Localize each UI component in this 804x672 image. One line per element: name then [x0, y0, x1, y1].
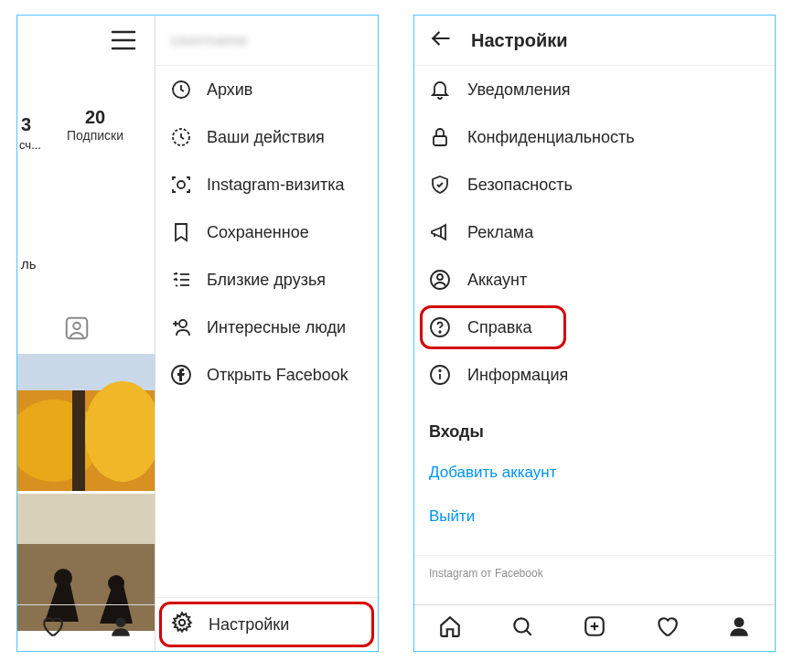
svg-point-22: [179, 320, 187, 327]
info-icon: [429, 364, 451, 386]
menu-archive[interactable]: Архив: [155, 66, 378, 113]
svg-line-37: [527, 630, 531, 635]
menu-label: Открыть Facebook: [207, 366, 348, 385]
svg-point-36: [515, 618, 529, 632]
hamburger-icon[interactable]: [111, 30, 136, 54]
side-menu: username Архив: [155, 16, 378, 651]
subscriptions-label: Подписки: [67, 128, 123, 143]
label-fragment: сч...: [19, 138, 41, 152]
footer-branding: Instagram от Facebook: [414, 555, 775, 580]
svg-rect-3: [67, 318, 88, 339]
item-label: Конфиденциальность: [467, 128, 635, 147]
settings-privacy[interactable]: Конфиденциальность: [414, 113, 775, 161]
logout-link[interactable]: Выйти: [414, 495, 775, 539]
settings-security[interactable]: Безопасность: [414, 161, 775, 208]
svg-point-15: [115, 617, 125, 627]
item-label: Реклама: [467, 223, 533, 242]
menu-close-friends[interactable]: Близкие друзья: [155, 256, 378, 304]
megaphone-icon: [429, 221, 451, 243]
close-friends-icon: [170, 269, 192, 291]
subscriptions-stat[interactable]: 20 Подписки: [67, 107, 123, 143]
subscriptions-count: 20: [67, 107, 123, 128]
settings-account[interactable]: Аккаунт: [414, 256, 775, 304]
logins-header: Входы: [414, 399, 775, 451]
svg-point-13: [54, 569, 72, 587]
menu-label: Архив: [207, 80, 252, 100]
settings-help[interactable]: Справка: [414, 304, 775, 351]
add-account-link[interactable]: Добавить аккаунт: [414, 451, 775, 495]
item-label: Информация: [467, 366, 568, 385]
menu-header: username: [155, 16, 378, 66]
activity-icon: [170, 126, 192, 148]
photo-thumbnail[interactable]: [17, 354, 155, 492]
help-icon: [429, 316, 451, 338]
back-icon[interactable]: [429, 27, 453, 55]
svg-rect-9: [72, 390, 85, 491]
count-fragment: 3: [21, 114, 31, 135]
svg-point-35: [439, 370, 441, 372]
add-post-icon[interactable]: [583, 614, 606, 642]
activity-icon[interactable]: [655, 614, 679, 642]
gear-icon: [170, 611, 194, 639]
shield-icon: [429, 174, 451, 196]
archive-icon: [170, 79, 192, 101]
svg-rect-11: [17, 494, 155, 544]
menu-label: Близкие друзья: [207, 271, 326, 290]
username: username: [170, 31, 248, 50]
account-icon: [429, 269, 451, 291]
menu-discover[interactable]: Интересные люди: [155, 304, 378, 351]
profile-icon[interactable]: [109, 614, 133, 642]
bookmark-icon: [170, 221, 192, 243]
svg-point-14: [108, 575, 124, 592]
profile-icon[interactable]: [727, 614, 751, 642]
nametag-icon: [170, 174, 192, 196]
activity-icon[interactable]: [40, 614, 64, 642]
item-label: Безопасность: [467, 176, 573, 195]
search-icon[interactable]: [510, 614, 534, 642]
item-label: Аккаунт: [467, 271, 527, 290]
home-icon[interactable]: [438, 614, 462, 642]
menu-settings[interactable]: Настройки: [155, 597, 378, 651]
menu-open-facebook[interactable]: Открыть Facebook: [155, 351, 378, 399]
svg-point-41: [734, 617, 744, 627]
svg-point-18: [177, 181, 185, 188]
bottom-nav-fragment: [17, 604, 155, 651]
menu-activity[interactable]: Ваши действия: [155, 113, 378, 161]
discover-people-icon: [170, 316, 192, 338]
settings-header: Настройки: [414, 16, 775, 66]
svg-point-26: [179, 619, 186, 625]
svg-rect-28: [434, 136, 446, 145]
left-phone: 3 сч... 20 Подписки ль: [16, 15, 379, 652]
svg-point-32: [439, 331, 441, 333]
right-phone: Настройки Уведомления Конфиденциальность: [413, 15, 776, 652]
tagged-tab-icon[interactable]: [63, 315, 91, 346]
menu-label: Интересные люди: [207, 318, 346, 337]
settings-ads[interactable]: Реклама: [414, 208, 775, 256]
menu-label: Ваши действия: [207, 128, 325, 147]
facebook-icon: [170, 364, 192, 386]
settings-notifications[interactable]: Уведомления: [414, 66, 775, 113]
svg-point-30: [437, 274, 443, 280]
menu-saved[interactable]: Сохраненное: [155, 208, 378, 256]
bell-icon: [429, 79, 451, 101]
edit-profile-fragment: ль: [21, 256, 37, 272]
menu-label: Instagram-визитка: [207, 176, 344, 195]
menu-nametag[interactable]: Instagram-визитка: [155, 161, 378, 208]
item-label: Уведомления: [467, 80, 571, 100]
lock-icon: [429, 126, 451, 148]
page-title: Настройки: [471, 30, 568, 51]
settings-about[interactable]: Информация: [414, 351, 775, 399]
svg-point-4: [73, 323, 80, 330]
item-label: Справка: [467, 318, 532, 337]
menu-label: Сохраненное: [207, 223, 309, 242]
settings-label: Настройки: [209, 615, 289, 635]
bottom-nav: [414, 604, 775, 651]
